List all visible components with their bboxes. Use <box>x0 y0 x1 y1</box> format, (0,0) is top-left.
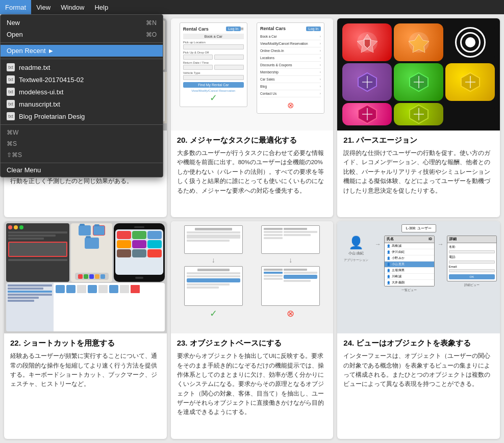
file-item-2[interactable]: txt Textwell-20170415-02 <box>1 73 163 86</box>
detail-name-label: 名前: <box>449 245 495 249</box>
app-icon-lime <box>394 103 443 125</box>
shortcut-item-1[interactable]: ⌘W <box>1 127 163 138</box>
form2-item-8[interactable]: Blog › <box>260 83 321 90</box>
file-item-5[interactable]: txt Blog Proletarian Desig <box>1 110 163 122</box>
form1-return-time[interactable] <box>214 65 244 70</box>
form1-return-label: Return Date / Time <box>183 61 244 64</box>
app-icon-purple <box>342 63 392 101</box>
form2-item-6[interactable]: Membership › <box>260 69 321 76</box>
arrow-icon-2: › <box>320 41 321 46</box>
card-21-body: 21. パースエージョン 説得的な仕掛けでユーザーの行動を促す。使い方のガイド、… <box>337 131 500 201</box>
card-21-image <box>337 18 500 131</box>
file-name-1: readme.txt <box>19 64 50 71</box>
open-label: Open <box>7 31 23 38</box>
form2-item-1[interactable]: Book a Car › <box>260 33 321 40</box>
form1-vehicle-field[interactable] <box>183 75 244 80</box>
new-shortcut: ⌘N <box>146 19 157 27</box>
format-dropdown: New ⌘N Open ⌘O Open Recent ▶ txt readme.… <box>0 14 163 177</box>
check-mark-icon: ✓ <box>183 92 244 103</box>
app-icon-target <box>445 23 495 61</box>
shortcut-item-2[interactable]: ⌘S <box>1 138 163 149</box>
file-icon-1: txt <box>7 63 15 71</box>
form1-submit-btn[interactable]: Find My Rental Car <box>183 82 244 88</box>
file-item-1[interactable]: txt readme.txt <box>1 61 163 73</box>
card-22-title: 22. ショートカットを用意する <box>10 338 161 348</box>
form2-item-4[interactable]: Locations › <box>260 55 321 62</box>
row-icon-1: 👤 <box>387 244 390 248</box>
arrow-icon-4: › <box>320 56 321 60</box>
card-23-image: ↓ ✓ <box>171 221 334 333</box>
menubar-format[interactable]: Format <box>0 0 31 14</box>
arrow-icon-9: › <box>320 91 321 96</box>
form1-login-btn[interactable]: Log In <box>226 27 241 31</box>
open-recent-item[interactable]: Open Recent ▶ <box>1 45 163 57</box>
db-row-3: 👤 小野 みか <box>385 255 434 262</box>
shortcut-2: ⌘S <box>7 140 17 147</box>
form1-dates-row <box>183 55 244 61</box>
shortcut-item-3[interactable]: ⇧⌘S <box>1 149 163 161</box>
arrow-right-icon: → <box>438 236 444 248</box>
form1-vehicle-label: Vehicle Type <box>183 71 244 74</box>
form1-pickup-date[interactable] <box>183 55 213 60</box>
app-left-label: アプリケーション <box>344 258 368 263</box>
row-icon-6: 👤 <box>387 275 390 278</box>
card-24-text: インターフェースは、オブジェクト（ユーザーの関心の対象である概念物）を表象するビ… <box>343 351 494 389</box>
clear-menu-item[interactable]: Clear Menu <box>1 163 163 177</box>
db-panels-container: 👤 小山 由紀 アプリケーション → 氏名 ID <box>340 236 497 293</box>
card-20-text: 大多数のユーザーが行うタスクに合わせて必要な情報や機能を前面に出す。80%のユー… <box>177 148 327 195</box>
app-icon-empty <box>445 103 495 125</box>
form2-item-3[interactable]: Online Check-In › <box>260 47 321 55</box>
db-diagram: L-308: ユーザー 👤 小山 由紀 アプリケーション → 氏名 <box>337 221 500 333</box>
form1-return-row <box>183 65 244 71</box>
app-icon-red <box>342 23 392 61</box>
app-person-label: 小山 由紀 <box>348 251 364 256</box>
form2-item-7[interactable]: Car Sales › <box>260 76 321 83</box>
card-22: 22. ショートカットを用意する 経験あるユーザーが頻繁に実行することについて、… <box>4 221 167 439</box>
detail-email-label: Email: <box>449 265 495 268</box>
file-icon-4: txt <box>7 100 15 108</box>
right-label: 詳細ビュー <box>447 283 497 288</box>
menubar-view[interactable]: View <box>31 0 56 14</box>
mini-form-2-header: Rental Cars Log In <box>260 26 321 31</box>
new-menu-item[interactable]: New ⌘N <box>1 17 163 29</box>
card-21-text: 説得的な仕掛けでユーザーの行動を促す。使い方のガイド、レコメンデーション、心理的… <box>343 148 494 195</box>
form1-pickup-field[interactable] <box>183 44 244 49</box>
card-22-image <box>4 221 167 333</box>
form2-login-btn[interactable]: Log In <box>306 27 321 31</box>
card-22-text: 経験あるユーザーが頻繁に実行することについて、通常の段階的な操作を短縮してより速… <box>10 351 161 389</box>
file-item-3[interactable]: txt modeless-ui.txt <box>1 86 163 98</box>
form2-item-9[interactable]: Contact Us › <box>260 90 321 97</box>
db-panel-header: 氏名 ID <box>385 236 434 243</box>
db-list-panel: 氏名 ID 👤 高橋 誠 👤 伊川 由紀 <box>384 236 435 286</box>
app-icon-orange <box>394 23 443 61</box>
mini-form-2: Rental Cars Log In Book a Car › View/Mod… <box>257 22 324 114</box>
open-menu-item[interactable]: Open ⌘O <box>1 29 163 40</box>
form2-item-2[interactable]: View/Modify/Cancel Reservation › <box>260 40 321 47</box>
file-icon-3: txt <box>7 88 15 96</box>
target-ring-inner <box>465 37 475 47</box>
file-name-4: manuscript.txt <box>19 100 60 108</box>
form2-title: Rental Cars <box>260 26 286 31</box>
card-21: 21. パースエージョン 説得的な仕掛けでユーザーの行動を促す。使い方のガイド、… <box>337 18 500 217</box>
db-row-5: 👤 土場 輝男 <box>385 268 434 274</box>
detail-ok-btn[interactable]: OK <box>449 274 495 279</box>
row-icon-sel: 👤 <box>387 263 390 266</box>
arrow-icon-5: › <box>320 63 321 67</box>
form1-dropoff-date[interactable] <box>214 55 244 60</box>
form1-return-date[interactable] <box>183 65 213 70</box>
form1-title: Rental Cars <box>183 27 209 32</box>
new-label: New <box>7 19 20 27</box>
shortcut-1: ⌘W <box>7 129 18 136</box>
form2-item-5[interactable]: Discounts & Coupons › <box>260 62 321 69</box>
form1-menu-icon: ≡ <box>241 26 244 32</box>
menubar-help[interactable]: Help <box>89 0 113 14</box>
menubar-window[interactable]: Window <box>56 0 89 14</box>
db-row-selected: 👤 小山 恵美 <box>385 262 434 268</box>
form1-dates-label: Pick Up & Drop Off <box>183 51 244 54</box>
file-item-4[interactable]: txt manuscript.txt <box>1 98 163 110</box>
open-recent-label: Open Recent <box>7 47 46 55</box>
card-24-body: 24. ビューはオブジェクトを表象する インターフェースは、オブジェクト（ユーザ… <box>337 333 500 395</box>
db-detail-panel: 詳細 名前: 電話: Email: OK <box>447 236 497 281</box>
app-icon-yellow <box>445 63 495 101</box>
detail-phone-field <box>449 260 495 264</box>
